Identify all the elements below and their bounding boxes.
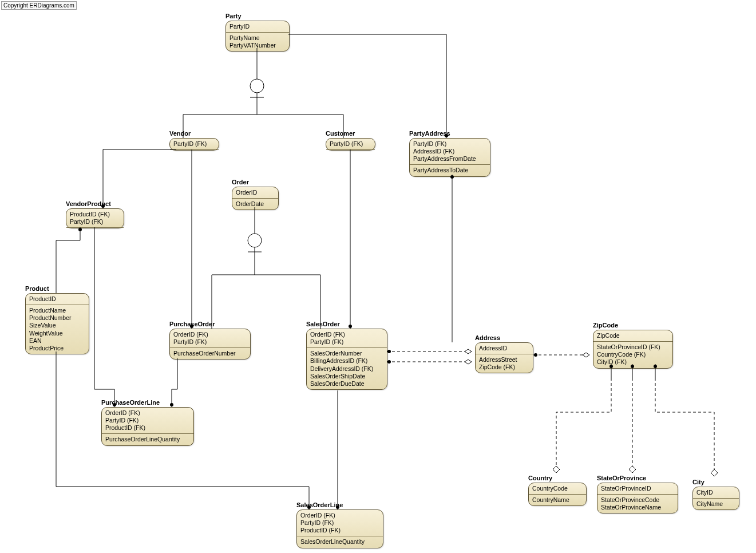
party-attr: PartyName [229, 34, 286, 42]
salesorderline-key: PartyID (FK) [300, 519, 379, 527]
partyaddress-key: PartyAddressFromDate [413, 155, 486, 163]
address-attr: AddressStreet [479, 356, 529, 364]
salesorderline-entity: OrderID (FK) PartyID (FK) ProductID (FK)… [296, 509, 383, 548]
purchaseorderline-key: OrderID (FK) [105, 409, 190, 417]
stateorprovince-attr: StateOrProvinceName [601, 504, 674, 511]
zipcode-attr: StateOrProvinceID (FK) [597, 343, 669, 351]
stateorprovince-attr: StateOrProvinceCode [601, 496, 674, 504]
party-key: PartyID [229, 23, 286, 30]
partyaddress-entity: PartyID (FK) AddressID (FK) PartyAddress… [409, 138, 490, 177]
address-title: Address [475, 334, 500, 341]
zipcode-entity: ZipCode StateOrProvinceID (FK) CountryCo… [593, 330, 673, 369]
address-entity: AddressID AddressStreet ZipCode (FK) [475, 342, 533, 373]
purchaseorderline-key: ProductID (FK) [105, 424, 190, 432]
zipcode-key: ZipCode [597, 332, 669, 339]
svg-marker-43 [553, 466, 560, 473]
product-attr: ProductNumber [29, 314, 85, 322]
city-attr: CityName [696, 500, 735, 508]
partyaddress-attr: PartyAddressToDate [413, 167, 486, 174]
salesorder-attr: SalesOrderNumber [310, 350, 383, 357]
svg-point-12 [349, 325, 352, 328]
order-title: Order [232, 179, 249, 185]
zipcode-attr: CountryCode (FK) [597, 351, 669, 358]
product-attr: ProductName [29, 307, 85, 314]
vendor-key: PartyID (FK) [173, 140, 215, 148]
order-attr: OrderDate [236, 200, 275, 208]
svg-marker-45 [711, 469, 718, 476]
partyaddress-key: PartyID (FK) [413, 140, 486, 148]
purchaseorder-entity: OrderID (FK) PartyID (FK) PurchaseOrderN… [169, 329, 251, 360]
salesorder-key: OrderID (FK) [310, 331, 383, 338]
svg-marker-33 [465, 360, 472, 364]
svg-point-1 [250, 79, 264, 93]
salesorder-attr: BillingAddressID (FK) [310, 357, 383, 365]
customer-title: Customer [326, 130, 355, 137]
city-key: CityID [696, 489, 735, 496]
stateorprovince-entity: StateOrProvinceID StateOrProvinceCode St… [597, 483, 678, 514]
svg-point-14 [248, 234, 262, 247]
zipcode-attr: CityID (FK) [597, 358, 669, 366]
product-attr: EAN [29, 337, 85, 345]
party-attr: PartyVATNumber [229, 42, 286, 49]
purchaseorderline-attr: PurchaseOrderLineQuantity [105, 436, 190, 443]
stateorprovince-key: StateOrProvinceID [601, 485, 674, 492]
vendorproduct-key: PartyID (FK) [70, 218, 120, 226]
vendorproduct-entity: ProductID (FK) PartyID (FK) [66, 208, 124, 228]
address-attr: ZipCode (FK) [479, 364, 529, 371]
purchaseorder-attr: PurchaseOrderNumber [173, 350, 247, 357]
salesorderline-key: ProductID (FK) [300, 527, 379, 534]
product-title: Product [25, 285, 49, 292]
purchaseorderline-title: PurchaseOrderLine [101, 399, 160, 406]
salesorder-attr: SalesOrderShipDate [310, 373, 383, 380]
order-entity: OrderID OrderDate [232, 187, 279, 210]
salesorderline-attr: SalesOrderLineQuantity [300, 538, 379, 546]
product-attr: ProductPrice [29, 345, 85, 352]
purchaseorder-title: PurchaseOrder [169, 321, 215, 327]
city-entity: CityID CityName [692, 487, 739, 510]
party-title: Party [225, 13, 242, 19]
svg-point-35 [534, 353, 537, 357]
product-key: ProductID [29, 295, 85, 303]
country-attr: CountryName [532, 496, 583, 504]
partyaddress-key: AddressID (FK) [413, 148, 486, 155]
country-title: Country [528, 475, 552, 481]
address-key: AddressID [479, 345, 529, 352]
stateorprovince-title: StateOrProvince [597, 475, 646, 481]
vendor-entity: PartyID (FK) [169, 138, 219, 151]
svg-point-22 [170, 403, 173, 406]
salesorderline-title: SalesOrderLine [296, 501, 343, 508]
svg-point-29 [387, 350, 391, 353]
product-attr: WeightValue [29, 330, 85, 337]
product-attr: SizeValue [29, 322, 85, 329]
purchaseorderline-entity: OrderID (FK) PartyID (FK) ProductID (FK)… [101, 407, 194, 446]
vendorproduct-title: VendorProduct [66, 200, 111, 207]
party-entity: PartyID PartyName PartyVATNumber [225, 21, 290, 52]
salesorder-attr: DeliveryAddressID (FK) [310, 365, 383, 373]
vendorproduct-key: ProductID (FK) [70, 211, 120, 218]
salesorder-attr: SalesOrderDueDate [310, 380, 383, 388]
country-entity: CountryCode CountryName [528, 483, 587, 506]
salesorder-key: PartyID (FK) [310, 338, 383, 346]
zipcode-title: ZipCode [593, 322, 618, 329]
purchaseorderline-key: PartyID (FK) [105, 417, 190, 424]
svg-marker-30 [465, 349, 472, 354]
purchaseorder-key: PartyID (FK) [173, 338, 247, 346]
purchaseorder-key: OrderID (FK) [173, 331, 247, 338]
customer-key: PartyID (FK) [330, 140, 371, 148]
customer-entity: PartyID (FK) [326, 138, 375, 151]
svg-marker-44 [629, 466, 636, 473]
salesorder-entity: OrderID (FK) PartyID (FK) SalesOrderNumb… [306, 329, 387, 390]
svg-point-32 [387, 360, 391, 364]
country-key: CountryCode [532, 485, 583, 492]
city-title: City [692, 479, 704, 485]
copyright-label: Copyright ERDiagrams.com [1, 1, 77, 10]
salesorder-title: SalesOrder [306, 321, 340, 327]
product-entity: ProductID ProductName ProductNumber Size… [25, 293, 89, 354]
order-key: OrderID [236, 189, 275, 196]
svg-marker-36 [583, 353, 589, 357]
partyaddress-title: PartyAddress [409, 130, 450, 137]
vendor-title: Vendor [169, 130, 191, 137]
salesorderline-key: OrderID (FK) [300, 512, 379, 519]
connector-layer: Address (dashed, two lines with diamonds… [0, 0, 756, 553]
